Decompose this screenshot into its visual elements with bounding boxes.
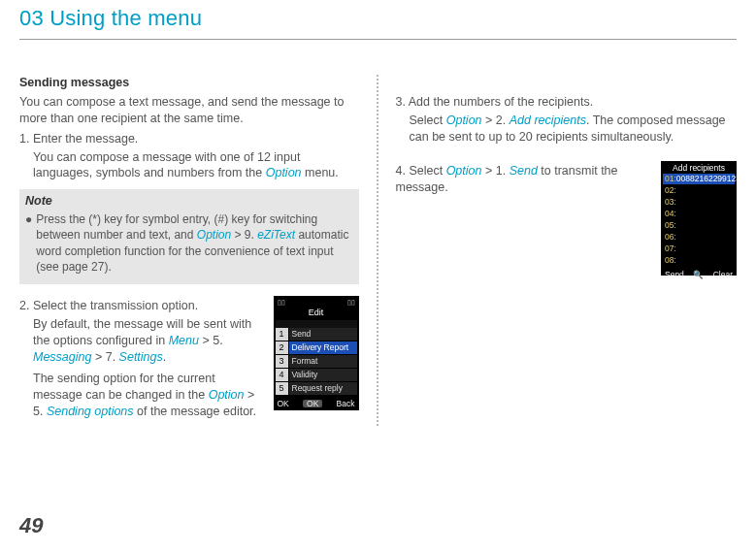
step-2-body-2: The sending option for the current messa…: [33, 371, 266, 420]
step-2: 2. Select the transmission option.: [19, 298, 266, 314]
recipient-index: 06:: [663, 232, 680, 243]
menu-index: 2: [276, 341, 288, 354]
text-fragment: The sending option for the current messa…: [33, 372, 215, 402]
menu-ref-messaging: Messaging: [33, 350, 91, 364]
horizontal-rule: [19, 39, 737, 40]
menu-ref-option: Option: [266, 166, 302, 179]
text-fragment: > 7.: [91, 350, 118, 364]
menu-item-selected: Delivery Report: [289, 341, 357, 354]
menu-ref-option: Option: [446, 114, 482, 127]
step-2-body-1: By default, the message will be sent wit…: [33, 316, 266, 366]
page-number: 49: [19, 513, 43, 538]
menu-ref-option: Option: [209, 388, 245, 402]
section-heading: Sending messages: [19, 75, 359, 91]
text-fragment: > 9.: [231, 228, 257, 242]
menu-item: Send: [289, 328, 357, 341]
softkey-right: Clear: [713, 271, 733, 279]
step-4-group: 4. Select Option > 1. Send to transmit t…: [396, 161, 738, 276]
screen-title: Add recipients: [663, 163, 735, 175]
menu-ref-option: Option: [197, 228, 231, 242]
menu-ref-menu: Menu: [169, 334, 199, 347]
two-column-layout: Sending messages You can compose a text …: [19, 75, 737, 426]
text-fragment: Select: [409, 164, 445, 178]
text-fragment: > 5.: [199, 334, 223, 347]
note-box: Note ● Press the (*) key for symbol entr…: [19, 189, 359, 284]
screen-title: Edit: [276, 307, 357, 320]
menu-index: 1: [276, 328, 288, 341]
recipient-index: 01:: [663, 174, 676, 184]
bullet-icon: ●: [25, 211, 33, 227]
recipient-index: 07:: [663, 244, 680, 254]
step-1-body: You can compose a message with one of 12…: [33, 149, 359, 182]
step-number: 4.: [396, 164, 406, 178]
menu-item: Validity: [289, 369, 357, 381]
status-indicator: ▯▯: [347, 299, 355, 306]
step-number: 3.: [396, 95, 406, 109]
softkey-right: Back: [337, 400, 355, 408]
menu-ref-sending-options: Sending options: [47, 405, 134, 418]
menu-ref-ezitext: eZiText: [257, 228, 295, 242]
text-fragment: You can compose a message with one of 12…: [33, 150, 300, 180]
softkey-center: OK: [303, 400, 322, 408]
menu-ref-add-recipients: Add recipients: [509, 114, 586, 127]
note-text: Press the (*) key for symbol entry, (#) …: [36, 211, 350, 275]
step-3: 3. Add the numbers of the recipients.: [396, 94, 738, 111]
step-number: 2.: [19, 299, 29, 312]
step-2-group: 2. Select the transmission option. By de…: [19, 296, 359, 426]
menu-ref-option: Option: [446, 164, 482, 178]
recipient-index: 03:: [663, 197, 680, 208]
right-column: 3. Add the numbers of the recipients. Se…: [378, 75, 738, 426]
search-icon: 🔍: [693, 271, 704, 279]
left-column: Sending messages You can compose a text …: [19, 75, 378, 426]
menu-ref-send: Send: [509, 164, 538, 178]
note-body: ● Press the (*) key for symbol entry, (#…: [19, 210, 359, 284]
softkey-left: Send: [665, 271, 684, 279]
text-fragment: of the message editor.: [134, 405, 256, 418]
status-indicator: ▯▯: [278, 299, 285, 306]
text-fragment: > 2.: [482, 114, 509, 127]
recipient-index: 04:: [663, 209, 680, 219]
screenshot-edit-menu: ▯▯▯▯ Edit 1Send 2Delivery Report 3Format…: [274, 296, 359, 410]
menu-ref-settings: Settings: [119, 350, 163, 364]
recipient-index: 05:: [663, 220, 680, 231]
softkey-left: OK: [278, 400, 289, 408]
intro-paragraph: You can compose a text message, and send…: [19, 94, 359, 127]
step-number: 1.: [19, 132, 29, 146]
menu-item: Format: [289, 355, 357, 368]
menu-item: Request reply: [289, 382, 357, 395]
recipient-index: 08:: [663, 255, 680, 266]
step-text: Select the transmission option.: [33, 299, 198, 312]
step-4: 4. Select Option > 1. Send to transmit t…: [396, 163, 654, 196]
text-fragment: menu.: [302, 166, 339, 179]
menu-index: 5: [276, 382, 288, 395]
recipient-index: 02:: [663, 185, 680, 196]
text-fragment: Select: [410, 114, 446, 127]
step-1: 1. Enter the message.: [19, 131, 359, 147]
text-fragment: .: [163, 350, 166, 364]
screenshot-add-recipients: Add recipients 01:008821622991234 02: 03…: [661, 161, 737, 276]
menu-index: 4: [276, 369, 288, 381]
chapter-title: 03 Using the menu: [19, 0, 737, 39]
step-text: Add the numbers of the recipients.: [409, 95, 593, 109]
text-fragment: > 1.: [481, 164, 509, 178]
step-text: Enter the message.: [33, 132, 138, 146]
note-label: Note: [19, 189, 359, 210]
menu-index: 3: [276, 355, 288, 368]
recipient-number: 008821622991234: [676, 174, 745, 184]
step-3-body: Select Option > 2. Add recipients. The c…: [410, 113, 738, 146]
